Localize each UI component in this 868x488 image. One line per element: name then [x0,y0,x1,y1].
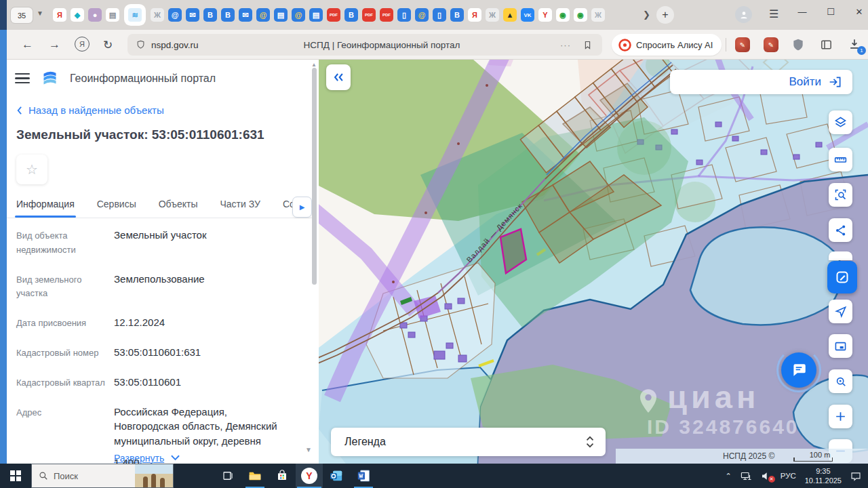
language-indicator[interactable]: РУС [781,472,796,480]
ms-store-button[interactable] [269,464,296,488]
tab-list-chevron-icon[interactable]: ▼ [37,9,43,17]
draw-button-active[interactable] [827,261,857,293]
taskbar-clock[interactable]: 9:35 10.11.2025 [805,466,842,486]
refresh-icon[interactable]: ↻ [103,38,113,52]
share-button[interactable] [829,218,852,242]
browser-tab[interactable]: ✉ [239,8,252,22]
back-to-results-link[interactable]: Назад в найденные объекты [16,104,164,116]
object-search-button[interactable] [829,369,852,393]
login-button[interactable]: Войти [670,70,852,94]
file-explorer-button[interactable] [241,464,269,488]
panel-collapse-button[interactable] [326,64,351,90]
field-label: Вид земельного участка [16,272,114,302]
alice-icon [618,39,631,52]
hamburger-menu-icon[interactable] [15,70,30,87]
map-canvas[interactable]: Валдай — Демянск Войти [319,60,868,464]
locate-button[interactable] [829,300,852,323]
legend-toggle[interactable]: Легенда [331,428,606,456]
forward-icon[interactable]: → [49,38,60,52]
task-view-button[interactable] [214,464,241,488]
browser-tab[interactable]: ▯ [397,8,411,22]
browser-tab[interactable]: @ [415,8,429,22]
panel-tabs: Информация Сервисы Объекты Части ЗУ Сост… [7,192,313,218]
ask-alice-button[interactable]: Спросить Алису AI [612,34,722,56]
browser-tab[interactable]: PDF [327,8,340,22]
yandex-browser-button[interactable]: Y [296,464,323,488]
word-button[interactable] [350,464,377,488]
layers-button[interactable] [829,110,852,134]
profile-avatar[interactable] [735,6,752,23]
browser-tab[interactable]: @ [256,8,270,22]
volume-muted-icon[interactable]: ✕ [761,471,772,481]
tab-services[interactable]: Сервисы [97,192,136,218]
action-center-icon[interactable] [850,471,861,481]
browser-tab[interactable]: В [344,8,358,22]
tabs-panel-icon[interactable] [819,38,833,52]
browser-menu-icon[interactable]: ☰ [769,7,778,20]
hidden-tool-button[interactable] [829,251,852,260]
network-icon[interactable] [741,471,752,481]
browser-tab[interactable]: В [203,8,217,22]
browser-tab[interactable]: PDF [362,8,376,22]
tab-counter-chip[interactable]: 35 [11,7,33,23]
browser-tab[interactable]: Ж [591,8,605,22]
browser-tab[interactable]: ▤ [106,8,119,22]
browser-tab[interactable]: Я [468,8,481,22]
clock-time: 9:35 [816,467,830,475]
back-icon[interactable]: ← [22,38,33,52]
browser-tab[interactable]: ▯ [433,8,446,22]
taskbar-search-box[interactable]: Поиск [31,464,174,488]
start-button[interactable] [0,464,31,488]
search-highlight-image[interactable] [135,464,173,488]
favorite-star-button[interactable]: ☆ [16,155,47,184]
browser-tab[interactable]: ◉ [556,8,570,22]
area-search-button[interactable] [829,183,852,207]
tab-objects[interactable]: Объекты [159,192,198,218]
browser-tab[interactable]: Y [538,8,552,22]
word-icon [357,470,370,482]
scroll-up-icon[interactable]: ▲ [311,62,317,68]
tabs-scroll-next-button[interactable]: ▶ [292,197,312,218]
bookmark-icon[interactable] [583,39,593,51]
browser-tab[interactable]: ● [88,8,102,22]
yandex-page-icon[interactable]: Я [75,37,90,52]
browser-tab[interactable]: ◆ [71,8,84,22]
browser-tab[interactable]: Ж [486,8,499,22]
panel-scrollbar[interactable] [312,68,317,285]
browser-tab[interactable]: Ж [151,8,164,22]
browser-tab[interactable]: PDF [380,8,393,22]
browser-tab[interactable]: ▤ [274,8,288,22]
extension-edit-icon-2[interactable]: ✎ [764,37,778,52]
browser-tab[interactable]: @ [292,8,305,22]
browser-tab[interactable]: Я [53,8,66,22]
tab-overflow-icon[interactable]: ❯ [643,9,650,20]
minimize-button[interactable]: — [793,7,811,17]
browser-tab[interactable]: @ [168,8,182,22]
overview-map-button[interactable] [829,334,852,358]
new-tab-button[interactable]: + [656,6,674,24]
tab-parcel-parts[interactable]: Части ЗУ [220,192,260,218]
outlook-icon [330,470,343,482]
url-more-icon[interactable]: ··· [560,40,571,50]
browser-tab[interactable]: ≋ [128,8,142,22]
chat-button[interactable] [781,352,816,388]
measure-button[interactable] [829,148,852,171]
url-field[interactable]: nspd.gov.ru НСПД | Геоинформационный пор… [127,34,602,56]
scroll-down-icon[interactable]: ▼ [305,446,312,453]
browser-tab[interactable]: В [450,8,464,22]
zoom-in-button[interactable] [829,405,852,428]
downloads-button[interactable]: 1 [848,37,863,52]
browser-tab[interactable]: ◉ [574,8,587,22]
maximize-button[interactable]: ☐ [822,7,840,17]
browser-tab[interactable]: ✉ [186,8,199,22]
tab-information[interactable]: Информация [16,192,75,218]
outlook-button[interactable] [323,464,350,488]
browser-tab[interactable]: В [221,8,235,22]
browser-tab[interactable]: VK [521,8,534,22]
extension-edit-icon[interactable]: ✎ [735,37,750,52]
adblock-shield-icon[interactable] [791,38,806,52]
tray-expand-icon[interactable]: ⌃ [726,472,732,481]
browser-tab[interactable]: ▤ [309,8,323,22]
browser-tab[interactable]: ▲ [503,8,517,22]
close-button[interactable]: ✕ [850,7,868,17]
